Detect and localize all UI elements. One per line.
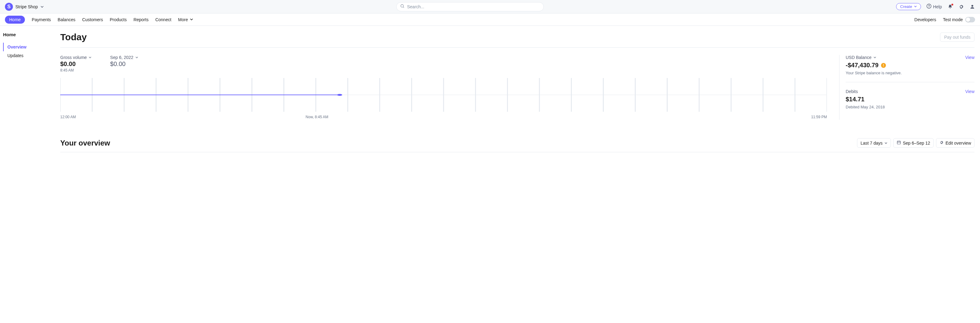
sidebar-item-updates[interactable]: Updates (3, 51, 58, 60)
notifications-button[interactable] (947, 4, 953, 10)
usd-balance-value: -$47,430.79 (846, 62, 878, 69)
nav-home[interactable]: Home (5, 16, 25, 24)
compare-date-selector[interactable]: Sep 6, 2022 (110, 55, 138, 60)
user-icon (970, 4, 975, 10)
gross-volume-selector[interactable]: Gross volume (60, 55, 92, 60)
edit-overview-button[interactable]: Edit overview (936, 138, 974, 148)
svg-point-31 (337, 94, 342, 96)
chevron-down-icon (873, 55, 877, 60)
chevron-down-icon (885, 141, 888, 146)
date-range-label: Sep 6–Sep 12 (903, 141, 930, 146)
gear-icon (958, 4, 964, 10)
account-switcher[interactable]: S Stripe Shop (5, 3, 44, 11)
chevron-down-icon (40, 5, 44, 9)
stripe-logo-icon: S (5, 3, 13, 11)
payout-button[interactable]: Pay out funds (940, 33, 974, 42)
gross-volume-value: $0.00 (60, 60, 92, 68)
compare-date-label: Sep 6, 2022 (110, 55, 134, 60)
search-input-wrap[interactable] (396, 2, 544, 11)
gross-volume-time: 8:45 AM (60, 68, 92, 73)
usd-balance-label: USD Balance (846, 55, 872, 60)
nav-connect[interactable]: Connect (155, 17, 171, 22)
sidebar-item-overview[interactable]: Overview (3, 43, 58, 51)
view-debits-link[interactable]: View (965, 89, 974, 94)
chart-now-label: Now, 8:45 AM (305, 115, 328, 119)
nav-developers[interactable]: Developers (915, 17, 936, 22)
chevron-down-icon (135, 55, 138, 60)
chart-start-label: 12:00 AM (60, 115, 76, 119)
debits-value: $14.71 (846, 96, 864, 103)
help-link[interactable]: ? Help (926, 4, 942, 10)
chevron-down-icon (190, 17, 193, 22)
help-icon: ? (926, 4, 931, 10)
debits-label: Debits (846, 89, 858, 94)
svg-point-3 (971, 5, 973, 7)
shop-name: Stripe Shop (15, 4, 38, 9)
nav-more-label: More (178, 17, 188, 22)
usd-balance-selector[interactable]: USD Balance (846, 55, 877, 60)
view-balance-link[interactable]: View (965, 55, 974, 60)
page-title: Today (60, 32, 87, 43)
toggle-knob-icon (966, 17, 970, 22)
nav-payments[interactable]: Payments (32, 17, 51, 22)
search-input[interactable] (407, 4, 540, 9)
range-label: Last 7 days (861, 141, 883, 146)
nav-customers[interactable]: Customers (82, 17, 103, 22)
search-icon (400, 4, 404, 9)
gross-volume-label: Gross volume (60, 55, 87, 60)
settings-button[interactable] (958, 4, 964, 10)
nav-balances[interactable]: Balances (58, 17, 76, 22)
chevron-down-icon (89, 55, 92, 60)
nav-reports[interactable]: Reports (134, 17, 148, 22)
calendar-icon (897, 140, 901, 146)
overview-title: Your overview (60, 139, 110, 147)
warning-icon: ! (881, 63, 886, 68)
nav-products[interactable]: Products (110, 17, 127, 22)
profile-button[interactable] (970, 4, 975, 10)
help-label: Help (933, 4, 942, 9)
test-mode-label: Test mode (943, 17, 963, 22)
divider (846, 82, 974, 82)
test-mode-toggle[interactable] (965, 17, 975, 22)
range-selector[interactable]: Last 7 days (857, 138, 891, 148)
compare-value: $0.00 (110, 60, 138, 68)
notification-dot-icon (951, 3, 954, 6)
sidebar-title: Home (3, 32, 58, 37)
usd-balance-note: Your Stripe balance is negative. (846, 71, 974, 75)
svg-text:?: ? (928, 5, 930, 8)
chart-end-label: 11:59 PM (811, 115, 827, 119)
create-button[interactable]: Create (896, 3, 921, 10)
gear-icon (939, 140, 944, 146)
chevron-down-icon (914, 4, 917, 9)
svg-point-0 (401, 5, 404, 7)
create-label: Create (900, 4, 912, 9)
edit-overview-label: Edit overview (946, 141, 971, 146)
nav-more[interactable]: More (178, 17, 193, 22)
date-range-selector[interactable]: Sep 6–Sep 12 (893, 138, 934, 148)
debits-note: Debited May 24, 2018 (846, 105, 974, 109)
gross-volume-chart: 12:00 AM Now, 8:45 AM 11:59 PM (60, 78, 827, 120)
svg-rect-32 (897, 141, 901, 144)
